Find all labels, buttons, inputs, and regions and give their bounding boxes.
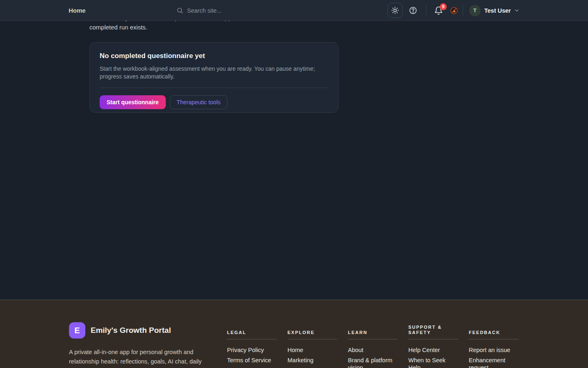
nav-home-link[interactable]: Home bbox=[69, 0, 86, 21]
start-questionnaire-button[interactable]: Start questionnaire bbox=[100, 95, 166, 109]
footer-link-home[interactable]: Home bbox=[287, 346, 338, 354]
footer-link-privacy-policy[interactable]: Privacy Policy bbox=[227, 346, 278, 354]
theme-toggle-button[interactable] bbox=[388, 3, 403, 18]
header-divider bbox=[463, 5, 463, 16]
notifications-button[interactable]: 9 bbox=[434, 6, 443, 16]
user-avatar[interactable]: T bbox=[469, 5, 481, 16]
card-divider bbox=[100, 88, 329, 88]
search-placeholder: Search site... bbox=[187, 7, 222, 14]
footer-column-rule bbox=[227, 339, 277, 339]
chevron-down-icon[interactable] bbox=[514, 7, 520, 13]
question-circle-icon bbox=[409, 6, 417, 15]
brand-logo: E bbox=[69, 322, 85, 339]
notification-count-badge: 9 bbox=[440, 3, 447, 10]
footer-link-terms-of-service[interactable]: Terms of Service bbox=[227, 357, 278, 364]
footer-column-support-safety: SUPPORT & SAFETY Help Center When to See… bbox=[408, 322, 459, 368]
search-input[interactable]: Search site... bbox=[176, 0, 323, 21]
footer-link-marketing[interactable]: Marketing bbox=[287, 357, 338, 364]
footer-column-heading: EXPLORE bbox=[287, 322, 338, 335]
footer-link-brand-platform-vision[interactable]: Brand & platform vision bbox=[348, 357, 399, 368]
brand-name: Emily's Growth Portal bbox=[91, 326, 171, 335]
footer-column-rule bbox=[287, 339, 337, 339]
footer-link-enhancement-request[interactable]: Enhancement request bbox=[469, 357, 519, 368]
footer-column-explore: EXPLORE Home Marketing bbox=[287, 322, 338, 368]
card-description-line: Start the workbook-aligned assessment wh… bbox=[100, 65, 328, 73]
help-button[interactable] bbox=[409, 6, 417, 15]
footer-column-rule bbox=[408, 339, 458, 339]
sun-icon bbox=[391, 7, 399, 14]
header-divider bbox=[426, 5, 426, 16]
questionnaire-empty-state-card: No completed questionnaire yet Start the… bbox=[89, 42, 339, 113]
therapeutic-tools-button[interactable]: Therapeutic tools bbox=[170, 95, 227, 109]
user-name[interactable]: Test User bbox=[484, 7, 511, 14]
search-icon bbox=[176, 7, 183, 14]
footer-link-help-center[interactable]: Help Center bbox=[408, 346, 459, 354]
footer-column-legal: LEGAL Privacy Policy Terms of Service bbox=[227, 322, 278, 368]
intro-line: completed run exists. bbox=[89, 22, 275, 32]
brand-description: A private all-in-one app for personal gr… bbox=[69, 348, 212, 368]
footer-column-learn: LEARN About Brand & platform vision bbox=[348, 322, 399, 368]
footer-column-heading: LEGAL bbox=[227, 322, 278, 335]
footer-column-heading: SUPPORT & SAFETY bbox=[408, 322, 459, 335]
footer-link-when-to-seek-help[interactable]: When to Seek Help bbox=[408, 357, 459, 368]
footer-column-rule bbox=[469, 339, 519, 339]
brand-description-line: A private all-in-one app for personal gr… bbox=[69, 348, 212, 357]
page-footer: E Emily's Growth Portal A private all-in… bbox=[0, 300, 588, 368]
card-description: Start the workbook-aligned assessment wh… bbox=[100, 65, 328, 81]
top-navigation-bar: Home Search site... bbox=[0, 0, 588, 21]
footer-column-feedback: FEEDBACK Report an issue Enhancement req… bbox=[469, 322, 519, 368]
footer-column-heading: FEEDBACK bbox=[469, 322, 519, 335]
brand-description-line: check-ins, Bible study, couples tools (c… bbox=[69, 366, 212, 368]
brand-description-line: relationship health: reflections, goals,… bbox=[69, 357, 212, 366]
footer-column-rule bbox=[348, 339, 398, 339]
footer-link-report-an-issue[interactable]: Report an issue bbox=[469, 346, 519, 354]
card-title: No completed questionnaire yet bbox=[100, 52, 328, 60]
footer-link-about[interactable]: About bbox=[348, 346, 399, 354]
alert-status-icon[interactable] bbox=[450, 7, 458, 14]
footer-column-heading: LEARN bbox=[348, 322, 399, 335]
warning-triangle-icon bbox=[452, 9, 456, 12]
card-description-line: progress saves automatically. bbox=[100, 73, 328, 81]
